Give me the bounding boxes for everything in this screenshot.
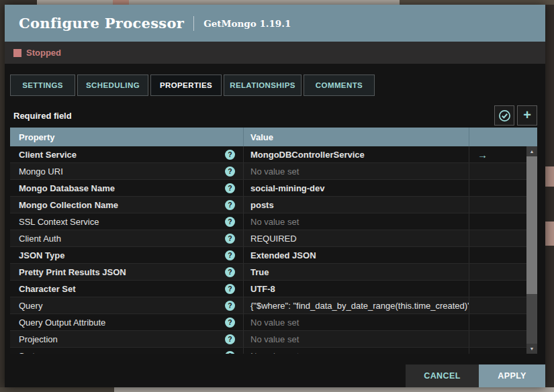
value-cell[interactable]: No value set (243, 213, 469, 230)
property-name: Query (19, 301, 42, 311)
properties-toolbar: Required field + (5, 103, 545, 128)
property-row[interactable]: Projection?No value set (10, 331, 526, 348)
property-value: UTF-8 (250, 284, 275, 294)
question-circle-icon: ? (225, 183, 235, 193)
verify-properties-button[interactable] (494, 105, 514, 126)
canvas-fragment (545, 222, 554, 246)
dialog-footer-buttons: CANCEL APPLY (406, 364, 545, 387)
property-name: Mongo Database Name (19, 183, 115, 193)
property-value: True (250, 267, 269, 277)
property-name: JSON Type (19, 250, 64, 260)
value-cell[interactable]: {"$where": "find_data_by_date_range(this… (243, 297, 469, 313)
property-row[interactable]: SSL Context Service?No value set (10, 213, 526, 230)
property-cell: Projection? (10, 331, 243, 347)
question-circle-icon: ? (225, 166, 235, 177)
tab-bar: SETTINGSSCHEDULINGPROPERTIESRELATIONSHIP… (10, 75, 375, 96)
check-circle-icon (498, 109, 511, 122)
canvas-fragment (113, 0, 129, 5)
table-scrollbar[interactable]: ▲ ▼ (526, 146, 537, 354)
property-cell: Mongo Database Name? (10, 180, 243, 196)
scroll-up-arrow[interactable]: ▲ (526, 146, 537, 156)
property-row[interactable]: Sort?No value set (10, 348, 526, 354)
property-cell: JSON Type? (10, 247, 243, 263)
value-cell[interactable]: social-mining-dev (243, 180, 469, 196)
tab-settings[interactable]: SETTINGS (10, 75, 75, 96)
value-cell[interactable]: MongoDBControllerService (243, 146, 469, 162)
value-cell[interactable]: REQUIRED (243, 230, 469, 246)
extra-cell (469, 213, 526, 230)
processor-name-version: GetMongo 1.19.1 (203, 18, 291, 29)
property-name: SSL Context Service (19, 217, 99, 227)
property-value: No value set (250, 351, 299, 354)
value-cell[interactable]: No value set (243, 348, 469, 354)
canvas-fragment (0, 387, 114, 392)
extra-cell (469, 247, 526, 263)
property-name: Query Output Attribute (19, 317, 105, 328)
property-name: Character Set (19, 284, 76, 294)
canvas-fragment (545, 166, 554, 187)
property-cell: Mongo Collection Name? (10, 197, 243, 213)
property-cell: Client Auth? (10, 230, 243, 246)
column-header-extra (469, 128, 537, 146)
property-name: Client Service (19, 150, 77, 160)
cancel-button[interactable]: CANCEL (406, 364, 479, 387)
stopped-status-icon (13, 49, 21, 57)
extra-cell (469, 314, 526, 330)
tab-scheduling[interactable]: SCHEDULING (77, 75, 148, 96)
tab-relationships[interactable]: RELATIONSHIPS (224, 75, 302, 96)
value-cell[interactable]: No value set (243, 314, 469, 330)
plus-icon: + (523, 108, 531, 121)
value-cell[interactable]: No value set (243, 331, 469, 347)
scrollbar-thumb[interactable] (526, 156, 537, 294)
canvas-fragment (114, 387, 554, 392)
nifi-canvas-background: Configure Processor GetMongo 1.19.1 Stop… (0, 0, 554, 392)
extra-cell (469, 297, 526, 313)
title-divider (193, 16, 194, 31)
question-circle-icon: ? (225, 250, 235, 260)
table-body: Client Service?MongoDBControllerService→… (10, 146, 526, 354)
property-row[interactable]: Query Output Attribute?No value set (10, 314, 526, 331)
tab-properties[interactable]: PROPERTIES (150, 75, 222, 96)
extra-cell (469, 230, 526, 246)
property-name: Projection (19, 334, 58, 344)
property-row[interactable]: Mongo Collection Name?posts (10, 197, 526, 213)
property-row[interactable]: Query?{"$where": "find_data_by_date_rang… (10, 297, 526, 314)
table-header: Property Value (10, 128, 537, 146)
property-cell: Pretty Print Results JSON? (10, 264, 243, 280)
question-circle-icon: ? (225, 301, 235, 311)
property-row[interactable]: Client Auth?REQUIRED (10, 230, 526, 247)
extra-cell (469, 163, 526, 179)
property-cell: Character Set? (10, 281, 243, 297)
property-value: {"$where": "find_data_by_date_range(this… (250, 301, 469, 311)
scrollbar-track[interactable] (526, 156, 537, 344)
property-row[interactable]: Character Set?UTF-8 (10, 281, 526, 297)
property-row[interactable]: Mongo Database Name?social-mining-dev (10, 180, 526, 197)
dialog-header: Configure Processor GetMongo 1.19.1 (5, 5, 545, 42)
property-cell: Mongo URI? (10, 163, 243, 179)
tab-comments[interactable]: COMMENTS (304, 75, 375, 96)
property-row[interactable]: Mongo URI?No value set (10, 163, 526, 180)
value-cell[interactable]: posts (243, 197, 469, 213)
extra-cell (469, 331, 526, 347)
property-cell: Query? (10, 297, 243, 313)
question-circle-icon: ? (225, 334, 235, 344)
apply-button[interactable]: APPLY (479, 364, 545, 387)
status-bar: Stopped (5, 42, 545, 64)
value-cell[interactable]: UTF-8 (243, 281, 469, 297)
scroll-down-arrow[interactable]: ▼ (526, 344, 537, 354)
property-row[interactable]: Client Service?MongoDBControllerService→ (10, 146, 526, 163)
configure-processor-dialog: Configure Processor GetMongo 1.19.1 Stop… (5, 5, 545, 387)
property-cell: SSL Context Service? (10, 213, 243, 230)
value-cell[interactable]: No value set (243, 163, 469, 179)
extra-cell (469, 264, 526, 280)
extra-cell (469, 197, 526, 213)
property-row[interactable]: Pretty Print Results JSON?True (10, 264, 526, 281)
add-property-button[interactable]: + (517, 105, 537, 126)
property-cell: Client Service? (10, 146, 243, 162)
value-cell[interactable]: Extended JSON (243, 247, 469, 263)
column-header-value: Value (243, 128, 469, 146)
required-field-label: Required field (13, 111, 72, 121)
value-cell[interactable]: True (243, 264, 469, 280)
property-row[interactable]: JSON Type?Extended JSON (10, 247, 526, 264)
go-to-service-icon[interactable]: → (477, 149, 488, 160)
